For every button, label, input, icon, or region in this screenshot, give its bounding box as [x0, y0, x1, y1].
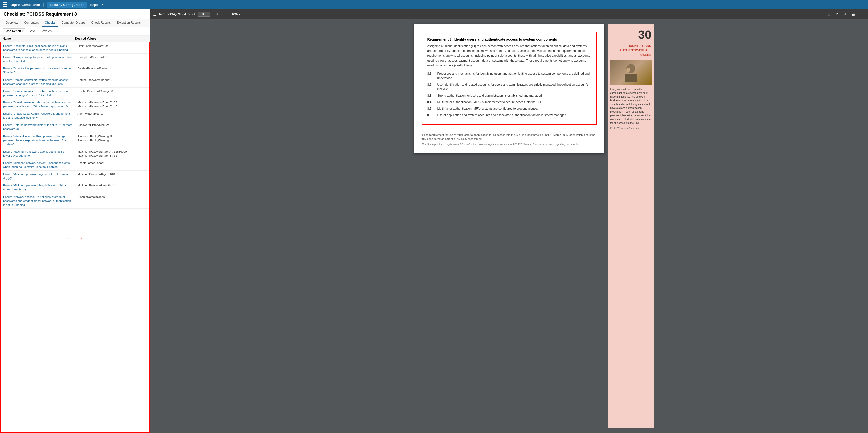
check-row: Ensure 'Network access: Do not allow sto… — [0, 194, 149, 209]
pdf-fit-page-button[interactable]: ⊡ — [827, 12, 832, 16]
tab-checks[interactable]: Checks — [42, 19, 59, 27]
col-name-header: Name — [2, 37, 75, 40]
check-row: Ensure 'Always prompt for password upon … — [0, 54, 149, 65]
pdf-toolbar: ☰ PCI_DSS-QRG-v4_0.pdf / 38 | − 100% + ⊡… — [150, 9, 868, 19]
nav-reports-menu[interactable]: Reports ▾ — [90, 3, 103, 6]
check-value-cell: MaximumPasswordAge (A): 31536000 Maximum… — [75, 148, 150, 159]
check-value-cell: DisableDomainCreds: 1 — [75, 194, 150, 208]
check-name-cell[interactable]: Ensure 'Network access: Do not allow sto… — [0, 194, 75, 208]
req-item-num: 8.4 — [427, 100, 434, 104]
pdf-sidebar-title: IDENTIFY AND AUTHENTICATE ALL USERS — [611, 44, 652, 57]
nav-section-label[interactable]: Security Configuration — [47, 2, 87, 7]
left-arrow-icon: ← — [66, 233, 74, 242]
check-name-cell[interactable]: Ensure 'Domain member: Maximum machine a… — [0, 99, 75, 110]
arrow-annotation: ←→ — [66, 233, 84, 242]
check-value-cell: PromptForPassword: 1 — [75, 54, 150, 64]
top-navigation: BigFix Compliance | Security Configurati… — [0, 0, 868, 9]
tabs-bar: Overview Computers Checks Computer Group… — [0, 19, 150, 27]
check-row: Ensure 'Microsoft network server: Discon… — [0, 160, 149, 171]
tab-computers[interactable]: Computers — [21, 19, 42, 27]
check-value-cell: EnableForcedLogoff: 1 — [75, 160, 150, 170]
check-value-cell: DisablePasswordChange: 0 — [75, 88, 150, 98]
check-value-cell: AdmPwdEnabled: 1 — [75, 110, 150, 121]
check-value-cell: MinimumPasswordAge: 86400 — [75, 171, 150, 182]
reports-caret-icon: ▾ — [102, 3, 103, 6]
check-name-cell[interactable]: Ensure 'Microsoft network server: Discon… — [0, 160, 75, 170]
brand-label[interactable]: BigFix Compliance — [10, 3, 40, 6]
check-value-cell: PasswordExpiryWarning: 5 PasswordExpiryW… — [75, 133, 150, 148]
right-panel: ☰ PCI_DSS-QRG-v4_0.pdf / 38 | − 100% + ⊡… — [150, 9, 868, 433]
check-name-cell[interactable]: Ensure 'Domain controller: Refuse machin… — [0, 76, 75, 87]
report-select[interactable]: Base Report ▾ — [2, 28, 25, 34]
zoom-out-button[interactable]: − — [225, 12, 227, 16]
left-panel: Checklist: PCI DSS Requirement 8 Overvie… — [0, 9, 150, 433]
check-row: Ensure 'Minimum password age' is set to … — [0, 171, 149, 182]
check-name-cell[interactable]: Ensure 'Interactive logon: Prompt user t… — [0, 133, 75, 148]
req-item-text: Strong authentication for users and admi… — [437, 93, 543, 98]
pdf-sidebar-body: Every user with access to the cardholder… — [611, 87, 652, 125]
req-item-num: 8.3 — [427, 93, 434, 98]
check-row: Ensure 'Interactive logon: Prompt user t… — [0, 133, 149, 148]
req-item-text: Multi-factor authentication (MFA) system… — [437, 106, 538, 111]
pdf-page: Requirement 8: Identify users and authen… — [414, 24, 604, 153]
check-row: Ensure 'Maximum password age' is set to … — [0, 148, 149, 160]
check-name-cell[interactable]: Ensure 'Minimum password length' is set … — [0, 182, 75, 193]
pdf-page-input[interactable] — [197, 11, 210, 17]
report-select-caret-icon: ▾ — [22, 29, 24, 33]
pdf-sidebar-image — [611, 60, 652, 85]
pdf-download-button[interactable]: ⬇ — [842, 12, 848, 16]
req-item: 8.5Multi-factor authentication (MFA) sys… — [427, 106, 591, 111]
report-select-label: Base Report — [4, 29, 21, 33]
pdf-print-button[interactable]: 🖨 — [850, 12, 857, 16]
save-button[interactable]: Save — [27, 29, 37, 33]
req-title: Requirement 8: Identify users and authen… — [427, 37, 591, 41]
pdf-page-total: 38 — [216, 12, 219, 16]
tab-exception-results[interactable]: Exception Results — [114, 19, 144, 27]
pdf-menu-icon[interactable]: ☰ — [153, 12, 157, 17]
check-row: Ensure 'Enable Local Admin Password Mana… — [0, 110, 149, 121]
check-name-cell[interactable]: Ensure 'Accounts: Limit local account us… — [0, 42, 75, 53]
check-row: Ensure 'Domain member: Maximum machine a… — [0, 99, 149, 110]
check-name-cell[interactable]: Ensure 'Domain member: Disable machine a… — [0, 88, 75, 98]
req-items-list: 8.1Processes and mechanisms for identify… — [427, 71, 591, 117]
req-item-text: Use of application and system accounts a… — [437, 113, 567, 117]
check-name-cell[interactable]: Ensure 'Do not allow passwords to be sav… — [0, 65, 75, 76]
check-row: Ensure 'Enforce password history' is set… — [0, 121, 149, 133]
checklist-title: Checklist: PCI DSS Requirement 8 — [0, 9, 150, 19]
pdf-annotation-box: Requirement 8: Identify users and authen… — [422, 32, 597, 125]
pdf-more-button[interactable]: ⋮ — [859, 12, 865, 16]
check-name-cell[interactable]: Ensure 'Maximum password age' is set to … — [0, 148, 75, 159]
save-as-button[interactable]: Save As... — [39, 29, 56, 33]
check-name-cell[interactable]: Ensure 'Enforce password history' is set… — [0, 121, 75, 133]
tab-check-results[interactable]: Check Results — [88, 19, 114, 27]
nav-divider: | — [43, 2, 44, 7]
tab-overview[interactable]: Overview — [2, 19, 21, 27]
check-value-cell: DisablePasswordSaving: 1 — [75, 65, 150, 76]
zoom-in-button[interactable]: + — [244, 12, 246, 16]
grid-icon[interactable] — [2, 2, 7, 7]
check-name-cell[interactable]: Ensure 'Minimum password age' is set to … — [0, 171, 75, 182]
check-name-cell[interactable]: Ensure 'Always prompt for password upon … — [0, 54, 75, 64]
check-row: Ensure 'Domain member: Disable machine a… — [0, 88, 149, 99]
pdf-footnote: 4 The requirement for use of multi-facto… — [422, 133, 597, 141]
check-row: Ensure 'Accounts: Limit local account us… — [0, 42, 149, 54]
req-item-num: 8.2 — [427, 82, 434, 91]
checks-list: Ensure 'Accounts: Limit local account us… — [0, 42, 150, 433]
pdf-rotate-button[interactable]: ↺ — [835, 12, 840, 16]
check-value-cell: LimitBlankPasswordUse: 1 — [75, 42, 150, 53]
tab-computer-groups[interactable]: Computer Groups — [58, 19, 88, 27]
svg-rect-1 — [625, 74, 637, 82]
req-item-num: 8.6 — [427, 113, 434, 117]
check-row: Ensure 'Do not allow passwords to be sav… — [0, 65, 149, 76]
main-layout: Checklist: PCI DSS Requirement 8 Overvie… — [0, 9, 868, 433]
req-item-text: Multi-factor authentication (MFA) is imp… — [437, 100, 544, 104]
req-item-num: 8.5 — [427, 106, 434, 111]
pdf-sidebar-photo-credit: Photo: Wikimedia Commons — [611, 127, 652, 129]
footnote-text: The requirement for use of multi-factor … — [422, 134, 596, 141]
check-name-cell[interactable]: Ensure 'Enable Local Admin Password Mana… — [0, 110, 75, 121]
check-row: Ensure 'Minimum password length' is set … — [0, 182, 149, 193]
svg-point-2 — [626, 68, 630, 72]
req-item: 8.2User identification and related accou… — [427, 82, 591, 91]
pdf-viewer-area[interactable]: Requirement 8: Identify users and authen… — [150, 19, 868, 433]
check-value-cell: MaximumPasswordAge (A): 35 MaximumPasswo… — [75, 99, 150, 110]
